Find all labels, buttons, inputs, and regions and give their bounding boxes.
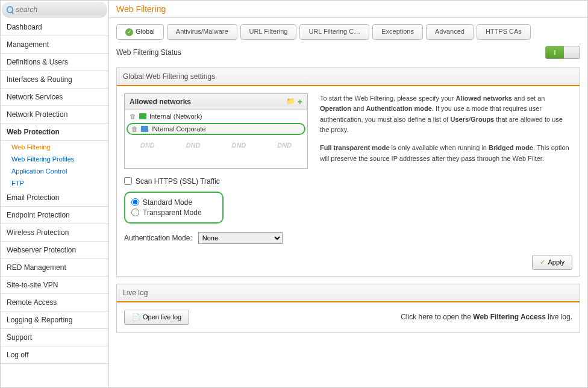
sidebar-item-log-off[interactable]: Log off xyxy=(1,346,108,364)
sidebar-item-email-protection[interactable]: Email Protection xyxy=(1,189,108,207)
tab-label: Global xyxy=(136,28,155,35)
folder-icon[interactable]: 📁 xyxy=(286,97,295,107)
tab-url-filtering-c[interactable]: URL Filtering C… xyxy=(299,24,369,40)
sidebar-item-red-management[interactable]: RED Management xyxy=(1,259,108,277)
transparent-mode-radio[interactable] xyxy=(131,208,139,216)
check-icon: ✓ xyxy=(125,28,133,36)
transparent-mode-label: Transparent Mode xyxy=(143,208,202,217)
sidebar-item-site-to-site-vpn[interactable]: Site-to-site VPN xyxy=(1,277,108,294)
sidebar-item-remote-access[interactable]: Remote Access xyxy=(1,294,108,311)
delete-icon[interactable]: 🗑 xyxy=(131,125,138,133)
sidebar-item-network-protection[interactable]: Network Protection xyxy=(1,106,108,124)
main-content: Web Filtering ✓Global Antivirus/Malware … xyxy=(109,1,587,387)
apply-button[interactable]: ✓ Apply xyxy=(532,255,572,270)
tab-https-cas[interactable]: HTTPS CAs xyxy=(477,24,531,40)
standard-mode-radio[interactable] xyxy=(131,198,139,206)
sidebar-item-definitions-users[interactable]: Definitions & Users xyxy=(1,54,108,71)
sidebar-item-webserver-protection[interactable]: Webserver Protection xyxy=(1,242,108,259)
tab-advanced[interactable]: Advanced xyxy=(426,24,474,40)
sidebar-item-interfaces-routing[interactable]: Interfaces & Routing xyxy=(1,71,108,89)
page-title: Web Filtering xyxy=(109,1,587,18)
toggle-handle xyxy=(564,46,580,58)
open-live-log-label: Open live log xyxy=(143,313,181,321)
dnd-placeholder: DND DND DND DND xyxy=(125,136,307,155)
open-live-log-button[interactable]: 📄 Open live log xyxy=(124,310,189,325)
network-name: Internal (Network) xyxy=(149,113,202,120)
tab-exceptions[interactable]: Exceptions xyxy=(372,24,423,40)
dnd-text: DND xyxy=(231,142,246,149)
sidebar-item-endpoint-protection[interactable]: Endpoint Protection xyxy=(1,207,108,224)
search-input[interactable] xyxy=(16,5,102,14)
status-label: Web Filtering Status xyxy=(116,48,181,57)
allowed-networks-label: Allowed networks xyxy=(130,98,191,106)
sidebar-item-logging-reporting[interactable]: Logging & Reporting xyxy=(1,311,108,329)
settings-panel: Global Web Filtering settings Allowed ne… xyxy=(116,67,580,277)
mode-radio-group: Standard Mode Transparent Mode xyxy=(124,192,224,224)
dnd-placeholder: DND xyxy=(125,155,307,168)
tab-antivirus[interactable]: Antivirus/Malware xyxy=(167,24,237,40)
sidebar-item-management[interactable]: Management xyxy=(1,36,108,54)
check-icon: ✓ xyxy=(540,258,545,266)
dnd-text: DND xyxy=(140,142,155,149)
scan-https-checkbox[interactable] xyxy=(124,177,132,185)
add-network-icon[interactable]: + xyxy=(298,97,302,107)
toggle-on-label: I xyxy=(546,46,564,58)
sidebar-sub-web-filtering-profiles[interactable]: Web Filtering Profiles xyxy=(1,153,108,165)
settings-panel-header: Global Web Filtering settings xyxy=(117,68,580,86)
sidebar-item-wireless-protection[interactable]: Wireless Protection xyxy=(1,224,108,242)
tab-url-filtering[interactable]: URL Filtering xyxy=(240,24,297,40)
auth-mode-label: Authentication Mode: xyxy=(124,234,192,242)
delete-icon[interactable]: 🗑 xyxy=(130,113,136,120)
sidebar-sub-ftp[interactable]: FTP xyxy=(1,177,108,189)
search-box[interactable] xyxy=(2,2,107,17)
sidebar-item-support[interactable]: Support xyxy=(1,329,108,346)
dnd-text: DND xyxy=(186,142,201,149)
livelog-text: Click here to open the Web Filtering Acc… xyxy=(401,313,572,321)
scan-https-label: Scan HTTPS (SSL) Traffic xyxy=(136,177,220,186)
sidebar-item-network-services[interactable]: Network Services xyxy=(1,89,108,106)
sidebar-sub-web-filtering[interactable]: Web Filtering xyxy=(1,141,108,153)
tabs: ✓Global Antivirus/Malware URL Filtering … xyxy=(116,24,580,40)
network-icon xyxy=(139,113,146,119)
sidebar-item-web-protection[interactable]: Web Protection xyxy=(1,124,108,141)
standard-mode-label: Standard Mode xyxy=(143,198,192,207)
sidebar: Dashboard Management Definitions & Users… xyxy=(1,1,109,387)
allowed-networks-box: Allowed networks 📁 + 🗑 Internal (Network… xyxy=(124,93,308,169)
tab-global[interactable]: ✓Global xyxy=(116,24,164,40)
help-text: To start the Web Filtering, please speci… xyxy=(320,93,572,244)
apply-label: Apply xyxy=(548,258,565,266)
network-name: INternal Corporate xyxy=(151,125,206,133)
dnd-text: DND xyxy=(277,142,292,149)
auth-mode-select[interactable]: None xyxy=(198,232,283,244)
network-icon xyxy=(141,126,148,132)
livelog-panel: Live log 📄 Open live log Click here to o… xyxy=(116,284,580,333)
document-icon: 📄 xyxy=(132,313,140,321)
status-toggle[interactable]: I xyxy=(545,46,580,59)
network-item-internal[interactable]: 🗑 Internal (Network) xyxy=(125,110,307,122)
search-icon xyxy=(7,6,13,13)
livelog-header: Live log xyxy=(117,284,580,302)
sidebar-sub-application-control[interactable]: Application Control xyxy=(1,165,108,177)
sidebar-item-dashboard[interactable]: Dashboard xyxy=(1,19,108,36)
network-item-internal-corporate[interactable]: 🗑 INternal Corporate xyxy=(127,123,305,135)
